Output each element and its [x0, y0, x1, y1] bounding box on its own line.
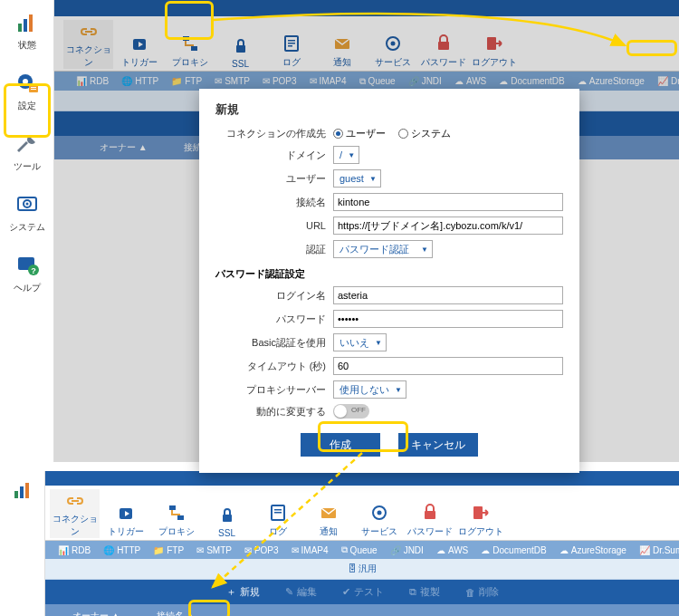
subtab-imap4[interactable]: ✉ IMAP4	[306, 75, 350, 87]
create-button[interactable]: 作成	[301, 433, 380, 457]
action-dup[interactable]: ⧉ 複製	[409, 585, 440, 599]
ribbon-tab-notify[interactable]: 通知	[317, 33, 367, 69]
lbl-user: ユーザー	[215, 172, 333, 186]
subtab-pop3[interactable]: ✉ POP3	[241, 544, 282, 556]
ribbon-tab-service[interactable]: サービス	[368, 33, 417, 69]
subtab-rdb[interactable]: 📊 RDB	[72, 75, 112, 87]
subtab-pop3[interactable]: ✉ POP3	[259, 75, 301, 87]
toggle-dynamic[interactable]	[333, 404, 369, 419]
bars-icon	[9, 476, 36, 504]
subtab-aws[interactable]: ☁ AWS	[433, 544, 472, 556]
bars-icon	[14, 9, 41, 36]
col-owner[interactable]: オーナー ▲	[72, 610, 120, 616]
gear-icon	[14, 70, 41, 97]
ribbon-tab-ssl[interactable]: SSL	[215, 35, 265, 69]
ribbon-tab-proxy[interactable]: プロキシ	[151, 502, 201, 538]
subtab-documentdb[interactable]: ☁ DocumentDB	[495, 75, 568, 87]
ribbon-tab-notify[interactable]: 通知	[303, 502, 353, 538]
subtab-smtp[interactable]: ✉ SMTP	[211, 75, 253, 87]
subtab-azurestorage[interactable]: ☁ AzureStorage	[574, 75, 648, 87]
siderail-help[interactable]: ? ヘルプ	[0, 243, 53, 303]
svg-rect-39	[274, 509, 282, 511]
ribbon-tab-log[interactable]: ログ	[266, 33, 316, 69]
svg-point-4	[23, 79, 28, 84]
select-user[interactable]: guest	[333, 169, 381, 188]
col-name[interactable]: 接続名 ▲	[157, 610, 196, 616]
subtab-drsum[interactable]: 📈 Dr.Sum	[654, 75, 679, 87]
svg-rect-45	[473, 506, 483, 519]
svg-rect-35	[169, 505, 176, 510]
system-icon	[14, 191, 41, 218]
svg-rect-14	[85, 31, 92, 33]
ribbon-tab-password[interactable]: パスワード	[405, 502, 454, 538]
ribbon-tab-ssl[interactable]: SSL	[202, 505, 252, 538]
ribbon-tab-trigger[interactable]: トリガー	[114, 33, 164, 69]
radio-user[interactable]: ユーザー	[333, 127, 386, 140]
subtab-ftp[interactable]: 📁 FTP	[149, 544, 187, 556]
siderail-settings[interactable]: 設定	[0, 61, 53, 121]
ribbon-label: サービス	[375, 57, 411, 67]
subtab-smtp[interactable]: ✉ SMTP	[193, 544, 235, 556]
ribbon-tab-connection[interactable]: コネクション	[50, 489, 100, 538]
breadcrumb: 🗄 汎用	[45, 559, 679, 580]
subtab-ftp[interactable]: 📁 FTP	[167, 75, 206, 87]
log-icon	[267, 502, 289, 524]
siderail-label: システム	[9, 222, 45, 232]
password-icon	[433, 33, 454, 54]
input-login[interactable]	[333, 286, 563, 304]
ribbon-tab-proxy[interactable]: プロキシ	[165, 33, 215, 69]
svg-rect-40	[274, 512, 282, 514]
ribbon-tab-connection[interactable]: コネクション	[63, 20, 113, 69]
subtab-aws[interactable]: ☁ AWS	[451, 75, 490, 87]
lbl-login: ログイン名	[215, 289, 333, 303]
logout-icon	[470, 502, 492, 524]
subtab-imap4[interactable]: ✉ IMAP4	[288, 544, 332, 556]
section-pwauth: パスワード認証設定	[215, 267, 563, 281]
trigger-icon	[129, 33, 150, 54]
svg-rect-7	[31, 89, 36, 90]
siderail-system[interactable]: システム	[0, 182, 53, 243]
subtab-jndi[interactable]: 🔗 JNDI	[405, 75, 445, 87]
ribbon-tab-trigger[interactable]: トリガー	[100, 502, 150, 538]
col-owner[interactable]: オーナー ▲	[100, 141, 148, 154]
ribbon-tab-logout[interactable]: ログアウト	[469, 33, 519, 69]
siderail-status[interactable]	[0, 471, 44, 512]
ribbon-tab-logout[interactable]: ログアウト	[455, 502, 505, 538]
select-auth[interactable]: パスワード認証	[333, 240, 433, 258]
lbl-timeout: タイムアウト (秒)	[215, 360, 333, 373]
subtab-http[interactable]: 🌐 HTTP	[100, 544, 144, 556]
password-icon	[419, 502, 441, 524]
subtab-jndi[interactable]: 🔗 JNDI	[387, 544, 427, 556]
action-test[interactable]: ✔ テスト	[342, 585, 384, 599]
select-domain[interactable]: /	[333, 146, 359, 164]
subtab-http[interactable]: 🌐 HTTP	[118, 75, 162, 87]
action-new[interactable]: ＋ 新規	[226, 585, 260, 599]
select-basic[interactable]: いいえ	[333, 333, 387, 351]
input-url[interactable]	[333, 217, 563, 235]
svg-rect-36	[177, 515, 184, 520]
input-timeout[interactable]	[333, 357, 563, 375]
ribbon-label: プロキシ	[172, 57, 208, 67]
select-proxy[interactable]: 使用しない	[333, 380, 406, 399]
action-edit[interactable]: ✎ 編集	[285, 585, 317, 599]
lbl-proxy: プロキシサーバー	[215, 383, 333, 397]
subtab-queue[interactable]: ⧉ Queue	[338, 544, 381, 556]
ribbon-tab-service[interactable]: サービス	[354, 502, 404, 538]
siderail-status[interactable]: 状態	[0, 0, 53, 61]
svg-point-43	[377, 511, 381, 515]
action-del[interactable]: 🗑 削除	[465, 585, 499, 599]
ribbon-label: ログアウト	[472, 57, 517, 67]
subtab-rdb[interactable]: 📊 RDB	[54, 544, 94, 556]
subtab-azurestorage[interactable]: ☁ AzureStorage	[556, 544, 630, 556]
subtab-documentdb[interactable]: ☁ DocumentDB	[477, 544, 550, 556]
ribbon-tab-log[interactable]: ログ	[253, 502, 302, 538]
cancel-button[interactable]: キャンセル	[398, 433, 478, 457]
input-password[interactable]	[333, 310, 563, 328]
ribbon-tab-password[interactable]: パスワード	[418, 33, 468, 69]
input-name[interactable]	[333, 193, 563, 211]
subtab-drsum[interactable]: 📈 Dr.Sum	[636, 544, 679, 556]
ribbon-label: コネクション	[53, 514, 98, 536]
subtab-queue[interactable]: ⧉ Queue	[356, 75, 399, 88]
siderail-tools[interactable]: ツール	[0, 121, 53, 182]
radio-system[interactable]: システム	[398, 127, 451, 140]
